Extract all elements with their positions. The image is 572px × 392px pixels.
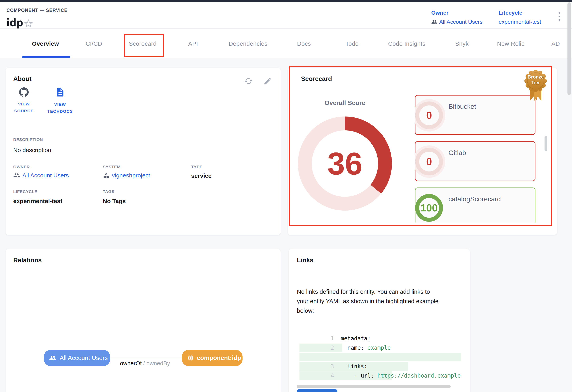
relations-title: Relations bbox=[13, 257, 42, 264]
tab-new-relic[interactable]: New Relic bbox=[497, 29, 524, 58]
code-line-highlighted: 4 - url: https://dashboard.example.co bbox=[300, 352, 461, 362]
lifecycle-field-value: experimental-test bbox=[13, 198, 62, 205]
scorecard-checks-list: 0 Bitbucket 0 Gitlab 100 catalogScorecar… bbox=[415, 95, 537, 223]
edit-icon[interactable] bbox=[263, 77, 272, 85]
group-icon bbox=[13, 172, 20, 179]
about-title: About bbox=[13, 75, 32, 82]
owner-label: Owner bbox=[431, 10, 482, 16]
bronze-tier-badge: Bronze Tier bbox=[524, 69, 547, 103]
view-source-link[interactable]: VIEW SOURCE bbox=[10, 87, 38, 114]
tab-api[interactable]: API bbox=[188, 29, 198, 58]
tab-ad-truncated[interactable]: AD bbox=[551, 29, 560, 58]
check-name: Gitlab bbox=[448, 149, 466, 157]
owner-value[interactable]: All Account Users bbox=[431, 19, 482, 25]
links-title: Links bbox=[297, 257, 314, 264]
owner-field-value[interactable]: All Account Users bbox=[13, 172, 69, 179]
lifecycle-label: Lifecycle bbox=[499, 10, 541, 16]
description-label: DESCRIPTION bbox=[13, 137, 43, 142]
tab-cicd[interactable]: CI/CD bbox=[86, 29, 102, 58]
header-owner: Owner All Account Users bbox=[431, 10, 482, 25]
bronze-tier-label: Bronze Tier bbox=[524, 74, 547, 85]
component-page: COMPONENT — SERVICE idp Owner All Accoun… bbox=[0, 0, 572, 392]
tab-code-insights[interactable]: Code Insights bbox=[388, 29, 426, 58]
links-card: Links No links defined for this entity. … bbox=[288, 249, 470, 392]
github-icon bbox=[19, 87, 29, 97]
type-field-label: TYPE bbox=[191, 164, 202, 169]
relations-card: Relations All Account Users component:id… bbox=[5, 249, 281, 392]
tab-snyk[interactable]: Snyk bbox=[455, 29, 469, 58]
tab-docs[interactable]: Docs bbox=[297, 29, 311, 58]
page-scrollbar-thumb[interactable] bbox=[568, 2, 571, 95]
chip-icon bbox=[187, 354, 194, 361]
owner-field-label: OWNER bbox=[13, 164, 30, 169]
relation-edge-line bbox=[110, 358, 182, 358]
description-value: No description bbox=[13, 147, 51, 153]
yaml-code-block: 1metadata: 2 name: example 3 links: 4 - … bbox=[300, 325, 461, 382]
score-ring: 0 bbox=[415, 101, 443, 129]
scorecard-card: Scorecard Overall Score 36 0 Bitbucket 0… bbox=[288, 68, 557, 235]
code-highlight bbox=[300, 353, 461, 361]
score-ring: 0 bbox=[415, 148, 443, 175]
overall-score-donut: 36 bbox=[298, 116, 392, 211]
breadcrumb: COMPONENT — SERVICE bbox=[7, 8, 68, 13]
checks-scrollbar-thumb[interactable] bbox=[544, 136, 547, 151]
code-horizontal-scrollbar-thumb[interactable] bbox=[297, 385, 451, 388]
relation-edge-label: ownerOf / ownedBy bbox=[120, 360, 170, 367]
check-name: Bitbucket bbox=[448, 103, 476, 110]
overall-score-value: 36 bbox=[298, 116, 392, 211]
header-lifecycle: Lifecycle experimental-test bbox=[499, 10, 541, 25]
top-bar bbox=[0, 0, 572, 2]
type-field-value: service bbox=[191, 172, 211, 179]
more-options-button[interactable] bbox=[558, 12, 560, 21]
lifecycle-value: experimental-test bbox=[499, 19, 541, 25]
scorecard-title: Scorecard bbox=[301, 75, 332, 82]
tab-todo[interactable]: Todo bbox=[346, 29, 359, 58]
tab-bar: Overview CI/CD Scorecard API Dependencie… bbox=[0, 29, 572, 58]
tags-field-label: TAGS bbox=[103, 189, 114, 194]
score-ring: 100 bbox=[415, 194, 443, 222]
system-field-value[interactable]: vigneshproject bbox=[103, 172, 150, 179]
about-card: About VIEW SOURCE VIEW TECHDOCS DESCRIPT… bbox=[5, 68, 281, 235]
tab-overview[interactable]: Overview bbox=[32, 29, 59, 58]
view-techdocs-link[interactable]: VIEW TECHDOCS bbox=[46, 87, 74, 115]
owner-link[interactable]: All Account Users bbox=[439, 19, 482, 25]
view-source-label: VIEW SOURCE bbox=[10, 100, 38, 114]
refresh-icon[interactable] bbox=[244, 77, 253, 85]
lifecycle-field-label: LIFECYCLE bbox=[13, 189, 37, 194]
active-tab-indicator bbox=[22, 56, 70, 58]
relation-node-label: component:idp bbox=[197, 354, 241, 361]
check-item-gitlab[interactable]: 0 Gitlab bbox=[415, 141, 535, 181]
techdocs-icon bbox=[55, 87, 65, 97]
group-icon bbox=[49, 354, 57, 362]
tab-dependencies[interactable]: Dependencies bbox=[229, 29, 268, 58]
code-highlight bbox=[300, 343, 342, 352]
group-icon bbox=[431, 19, 437, 25]
relation-node-component[interactable]: component:idp bbox=[182, 350, 242, 366]
check-item-catalogscorecard[interactable]: 100 catalogScorecard bbox=[415, 187, 535, 223]
check-item-bitbucket[interactable]: 0 Bitbucket bbox=[415, 95, 535, 135]
page-title: idp bbox=[7, 16, 23, 29]
links-empty-text: No links defined for this entity. You ca… bbox=[297, 287, 439, 315]
code-line-highlighted: 5 title: My Dashboard bbox=[300, 362, 461, 371]
system-icon bbox=[103, 172, 110, 179]
check-name: catalogScorecard bbox=[448, 195, 501, 203]
entity-header: COMPONENT — SERVICE idp Owner All Accoun… bbox=[0, 2, 572, 29]
links-action-button-partial[interactable] bbox=[297, 389, 337, 392]
code-line: 2 name: example bbox=[300, 334, 461, 343]
relation-node-label: All Account Users bbox=[60, 354, 108, 361]
view-techdocs-label: VIEW TECHDOCS bbox=[46, 101, 74, 115]
code-line: 1metadata: bbox=[300, 325, 461, 334]
favorite-star-icon[interactable] bbox=[23, 18, 34, 29]
tags-field-value: No Tags bbox=[103, 198, 126, 205]
tab-scorecard[interactable]: Scorecard bbox=[129, 29, 157, 58]
system-field-label: SYSTEM bbox=[103, 164, 121, 169]
overall-score-label: Overall Score bbox=[298, 99, 392, 107]
relation-node-group[interactable]: All Account Users bbox=[44, 350, 110, 366]
